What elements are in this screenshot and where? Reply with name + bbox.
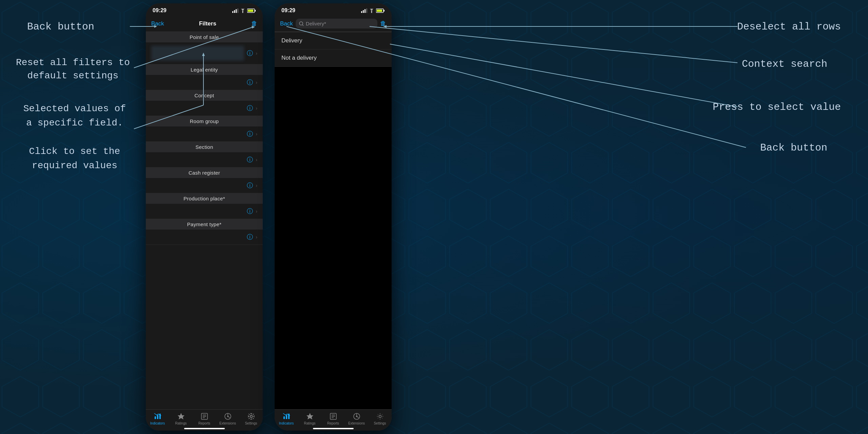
right-wifi-icon [369,8,374,13]
filter-row-cash[interactable]: ⓘ › [146,178,263,193]
left-tab-reports[interactable]: Reports [193,412,216,425]
info-icon-room[interactable]: ⓘ [247,130,253,138]
filter-header-cash: Cash register [146,167,263,178]
left-tab-reports-label: Reports [198,421,210,425]
left-tab-extensions[interactable]: Extensions [216,412,239,425]
filter-header-concept: Concept [146,90,263,101]
filter-row-payment[interactable]: ⓘ › [146,230,263,245]
right-trash-button[interactable]: 🗑 [380,20,386,27]
battery-icon [247,8,256,13]
annotation-selected-values: Selected values ofa specific field.Click… [10,102,139,173]
info-icon-concept[interactable]: ⓘ [247,104,253,112]
annotation-back-button: Back button [27,20,94,34]
left-tab-settings[interactable]: Settings [239,412,263,425]
right-tab-settings[interactable]: Settings [368,412,392,425]
left-tab-indicators-label: Indicators [150,421,165,425]
right-home-indicator [313,428,354,429]
left-home-indicator [184,428,225,429]
right-search-results: Delivery Not a delivery [275,32,392,67]
search-result-delivery[interactable]: Delivery [275,32,392,50]
svg-line-41 [302,25,303,26]
info-icon-payment[interactable]: ⓘ [247,233,253,241]
svg-point-40 [299,22,303,25]
svg-rect-33 [363,10,364,13]
info-icon-section[interactable]: ⓘ [247,156,253,164]
filter-row-legal[interactable]: ⓘ › [146,75,263,90]
ratings-icon-left [177,412,185,420]
svg-point-52 [379,415,381,418]
svg-rect-35 [366,8,367,13]
reports-icon-left [200,412,209,420]
filter-header-pos: Point of sale [146,32,263,42]
annotation-reset-filters: Reset all filters to default settings [10,56,136,82]
left-tab-indicators[interactable]: Indicators [146,412,169,425]
chevron-pos: › [256,51,257,56]
search-result-not-delivery[interactable]: Not a delivery [275,50,392,67]
left-status-bar: 09:29 [146,3,263,16]
svg-rect-15 [237,8,238,13]
left-time: 09:29 [153,7,166,14]
left-back-button[interactable]: Back [151,20,164,27]
svg-marker-45 [307,413,313,419]
svg-rect-42 [283,416,285,419]
svg-rect-18 [255,10,256,12]
left-tab-settings-label: Settings [245,421,257,425]
filter-row-pos[interactable]: ⓘ › [146,42,263,64]
annotation-press-select: Press to select value [713,100,841,114]
svg-point-29 [227,416,229,417]
filter-row-room[interactable]: ⓘ › [146,126,263,142]
filter-row-concept[interactable]: ⓘ › [146,101,263,116]
svg-rect-19 [248,9,253,12]
right-settings-icon [376,412,384,420]
right-status-icons [361,8,385,13]
indicators-icon [154,412,162,420]
right-time: 09:29 [281,7,295,14]
svg-rect-34 [364,9,366,13]
right-reports-icon [329,412,337,420]
right-status-bar: 09:29 [275,3,392,16]
info-icon-pos[interactable]: ⓘ [247,49,253,57]
svg-point-36 [371,12,372,13]
svg-rect-38 [383,10,384,12]
svg-rect-12 [232,11,233,13]
filter-header-section: Section [146,142,263,152]
filter-header-payment: Payment type* [146,219,263,230]
left-trash-button[interactable]: 🗑 [251,20,257,27]
filter-row-section[interactable]: ⓘ › [146,152,263,167]
left-nav-bar: Back Filters 🗑 [146,16,263,32]
info-icon-cash[interactable]: ⓘ [247,181,253,190]
svg-point-16 [242,12,243,13]
chevron-section: › [256,157,257,162]
svg-rect-14 [236,9,237,13]
right-tab-ratings[interactable]: Ratings [298,412,321,425]
svg-point-51 [356,416,357,417]
right-tab-bar: Indicators Ratings Reports [275,409,392,427]
right-tab-reports[interactable]: Reports [321,412,345,425]
chevron-prod: › [256,209,257,214]
right-tab-indicators[interactable]: Indicators [275,412,298,425]
right-ratings-icon [306,412,314,420]
right-extensions-icon [353,412,361,420]
left-tab-ratings[interactable]: Ratings [169,412,193,425]
svg-rect-43 [286,415,287,419]
filter-row-prod[interactable]: ⓘ › [146,204,263,219]
left-tab-bar: Indicators Ratings Reports [146,409,263,427]
signal-icon [232,8,238,13]
right-back-button[interactable]: Back [280,20,293,27]
extensions-icon-left [224,412,232,420]
annotation-context-search: Context search [742,57,827,71]
right-tab-settings-label: Settings [374,421,386,425]
svg-rect-32 [361,11,362,13]
right-tab-indicators-label: Indicators [279,421,294,425]
right-battery-icon [376,8,385,13]
left-phone: 09:29 [146,3,263,431]
chevron-cash: › [256,183,257,188]
info-icon-legal[interactable]: ⓘ [247,78,253,86]
left-tab-extensions-label: Extensions [219,421,236,425]
right-search-input[interactable] [306,21,374,26]
right-search-container[interactable] [296,19,377,28]
chevron-concept: › [256,105,257,111]
info-icon-prod[interactable]: ⓘ [247,207,253,215]
right-tab-extensions[interactable]: Extensions [345,412,368,425]
chevron-room: › [256,131,257,137]
